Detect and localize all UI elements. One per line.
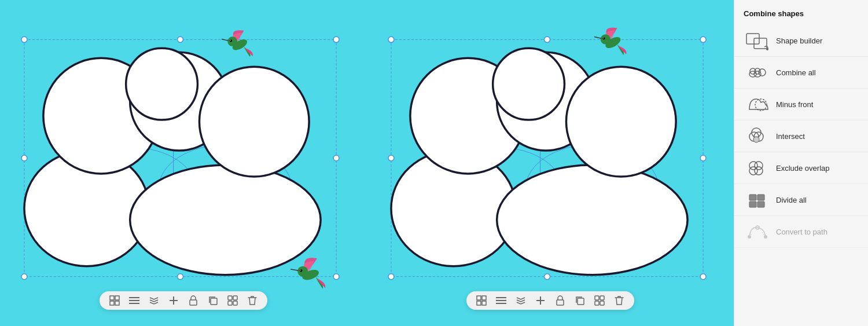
group-icon[interactable]: [227, 295, 238, 306]
svg-point-10: [21, 274, 27, 280]
menu-icon[interactable]: [128, 295, 140, 306]
svg-point-9: [333, 155, 339, 161]
convert-to-path-label: Convert to path: [776, 228, 827, 236]
svg-rect-72: [482, 296, 486, 300]
svg-point-50: [545, 36, 550, 42]
sidebar-item-shape-builder[interactable]: Shape builder: [734, 25, 868, 57]
svg-rect-104: [757, 195, 764, 200]
add-icon[interactable]: [168, 295, 179, 306]
svg-point-11: [178, 274, 183, 280]
svg-point-19: [130, 165, 321, 275]
svg-rect-32: [110, 296, 114, 300]
sidebar-title: Combine shapes: [734, 5, 868, 25]
combine-shapes-sidebar: Combine shapes Shape builder Combine: [734, 0, 868, 326]
svg-point-30: [300, 269, 302, 272]
add-icon-right[interactable]: [535, 295, 546, 306]
svg-point-5: [21, 36, 27, 42]
svg-rect-106: [757, 202, 764, 207]
minus-front-icon: [744, 92, 771, 116]
svg-rect-44: [233, 296, 237, 300]
svg-point-56: [700, 274, 706, 280]
sidebar-item-intersect[interactable]: Intersect: [734, 120, 868, 152]
right-canvas-svg: [367, 0, 734, 326]
shape-builder-label: Shape builder: [776, 36, 822, 45]
svg-point-65: [566, 67, 676, 177]
svg-rect-43: [228, 296, 232, 300]
sidebar-item-minus-front[interactable]: Minus front: [734, 89, 868, 120]
svg-rect-82: [595, 296, 599, 300]
svg-rect-83: [600, 296, 604, 300]
svg-rect-46: [233, 301, 237, 305]
svg-rect-35: [115, 301, 119, 305]
svg-point-7: [333, 36, 339, 42]
svg-point-53: [700, 155, 706, 161]
intersect-label: Intersect: [776, 132, 805, 141]
grid-icon-right[interactable]: [476, 295, 487, 306]
svg-rect-71: [477, 296, 481, 300]
svg-point-102: [755, 167, 763, 175]
shape-builder-icon: [744, 28, 771, 53]
divide-all-icon: [744, 188, 771, 212]
svg-point-22: [199, 67, 309, 177]
combine-all-label: Combine all: [776, 68, 816, 77]
svg-point-51: [700, 36, 706, 42]
svg-point-62: [497, 165, 687, 275]
sidebar-item-divide-all[interactable]: Divide all: [734, 184, 868, 216]
svg-point-27: [230, 40, 231, 41]
intersect-icon: [744, 124, 771, 148]
svg-rect-42: [211, 298, 217, 305]
svg-point-23: [126, 48, 198, 120]
svg-rect-41: [190, 300, 197, 305]
group-icon-right[interactable]: [594, 295, 605, 306]
sidebar-item-exclude-overlap[interactable]: Exclude overlap: [734, 152, 868, 184]
svg-rect-74: [482, 301, 486, 305]
svg-rect-81: [578, 298, 584, 305]
svg-rect-85: [600, 301, 604, 305]
svg-point-69: [602, 37, 605, 39]
left-canvas-panel: [0, 0, 367, 326]
svg-point-88: [766, 48, 768, 50]
svg-rect-84: [595, 301, 599, 305]
layers-icon-right[interactable]: [515, 295, 527, 306]
svg-point-26: [230, 39, 232, 42]
svg-rect-86: [746, 34, 759, 44]
svg-rect-34: [110, 301, 114, 305]
svg-rect-80: [557, 300, 564, 305]
layers-icon[interactable]: [148, 295, 160, 306]
duplicate-icon-right[interactable]: [574, 295, 586, 306]
sidebar-item-convert-to-path[interactable]: Convert to path: [734, 216, 868, 248]
combine-all-icon: [744, 60, 771, 85]
svg-rect-103: [749, 195, 756, 200]
left-canvas-svg: [0, 0, 367, 326]
svg-point-8: [21, 155, 27, 161]
sidebar-item-combine-all[interactable]: Combine all: [734, 57, 868, 89]
minus-front-label: Minus front: [776, 100, 813, 109]
divide-all-label: Divide all: [776, 196, 807, 204]
svg-rect-33: [115, 296, 119, 300]
duplicate-icon[interactable]: [207, 295, 219, 306]
grid-icon[interactable]: [109, 295, 120, 306]
lock-icon-right[interactable]: [554, 295, 566, 306]
svg-rect-45: [228, 301, 232, 305]
delete-icon-right[interactable]: [613, 295, 625, 306]
menu-icon-right[interactable]: [495, 295, 507, 306]
svg-point-55: [545, 274, 550, 280]
svg-point-29: [297, 266, 308, 277]
svg-point-52: [388, 155, 394, 161]
svg-point-70: [603, 38, 604, 38]
exclude-overlap-label: Exclude overlap: [776, 164, 830, 173]
svg-point-68: [601, 34, 610, 44]
svg-rect-105: [749, 202, 756, 207]
svg-rect-73: [477, 301, 481, 305]
canvas-area: [0, 0, 734, 326]
right-canvas-panel: [367, 0, 734, 326]
left-toolbar: [100, 291, 267, 310]
lock-icon[interactable]: [187, 295, 199, 306]
svg-point-94: [755, 99, 767, 111]
svg-point-66: [493, 48, 565, 120]
svg-point-6: [178, 36, 183, 42]
svg-point-31: [300, 270, 301, 270]
svg-point-49: [388, 36, 394, 42]
delete-icon[interactable]: [247, 295, 258, 306]
svg-point-25: [227, 36, 237, 46]
